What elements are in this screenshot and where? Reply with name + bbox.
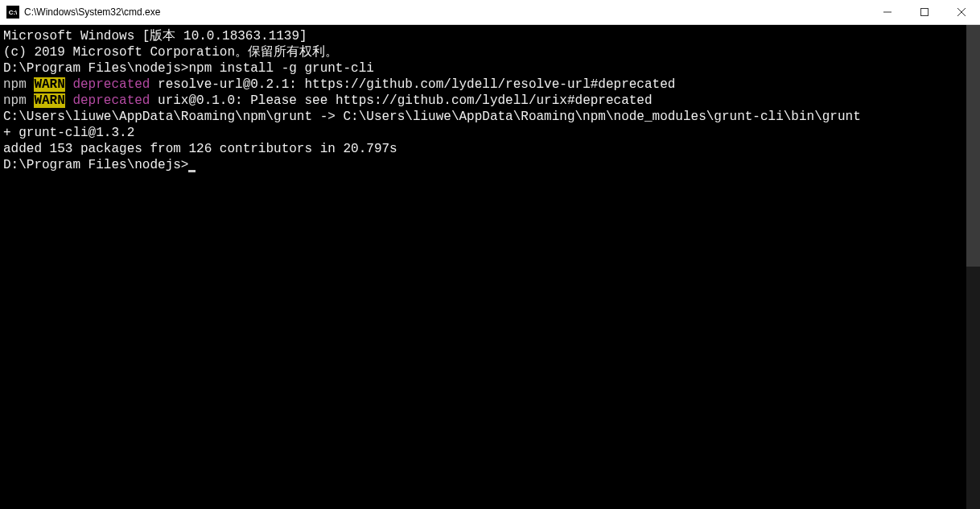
- line-copyright: (c) 2019 Microsoft Corporation。保留所有权利。: [3, 44, 980, 60]
- warn1-message: resolve-url@0.2.1: https://github.com/ly…: [150, 77, 675, 92]
- warn-badge: WARN: [34, 93, 64, 108]
- line-warn2: npm WARN deprecated urix@0.1.0: Please s…: [3, 93, 980, 109]
- line-plus: + grunt-cli@1.3.2: [3, 125, 980, 141]
- npm-prefix: npm: [3, 93, 34, 108]
- warn-badge: WARN: [34, 77, 64, 92]
- line-added: added 153 packages from 126 contributors…: [3, 141, 980, 157]
- window-title: C:\Windows\System32\cmd.exe: [24, 6, 160, 18]
- line-prompt-cmd: D:\Program Files\nodejs>npm install -g g…: [3, 60, 980, 77]
- vertical-scrollbar[interactable]: [966, 25, 980, 509]
- prompt-path: D:\Program Files\nodejs>: [3, 61, 188, 76]
- close-button[interactable]: [943, 0, 980, 24]
- minimize-button[interactable]: [869, 0, 906, 24]
- terminal-output[interactable]: Microsoft Windows [版本 10.0.18363.1139](c…: [0, 25, 980, 509]
- cursor: [188, 170, 196, 172]
- svg-rect-1: [921, 9, 929, 16]
- line-link: C:\Users\liuwe\AppData\Roaming\npm\grunt…: [3, 109, 980, 125]
- line-warn1: npm WARN deprecated resolve-url@0.2.1: h…: [3, 77, 980, 93]
- scrollbar-thumb[interactable]: [966, 25, 980, 267]
- deprecated-label: deprecated: [65, 93, 150, 108]
- deprecated-label: deprecated: [65, 77, 150, 92]
- window-controls: [869, 0, 980, 24]
- npm-prefix: npm: [3, 77, 34, 92]
- maximize-button[interactable]: [906, 0, 943, 24]
- line-prompt2: D:\Program Files\nodejs>: [3, 157, 980, 173]
- prompt-path: D:\Program Files\nodejs>: [3, 158, 188, 172]
- titlebar-left: C:\ C:\Windows\System32\cmd.exe: [0, 6, 160, 19]
- prompt-command: npm install -g grunt-cli: [188, 61, 373, 76]
- cmd-icon: C:\: [6, 6, 19, 19]
- warn2-message: urix@0.1.0: Please see https://github.co…: [150, 93, 652, 108]
- line-version: Microsoft Windows [版本 10.0.18363.1139]: [3, 28, 980, 44]
- window-titlebar: C:\ C:\Windows\System32\cmd.exe: [0, 0, 980, 25]
